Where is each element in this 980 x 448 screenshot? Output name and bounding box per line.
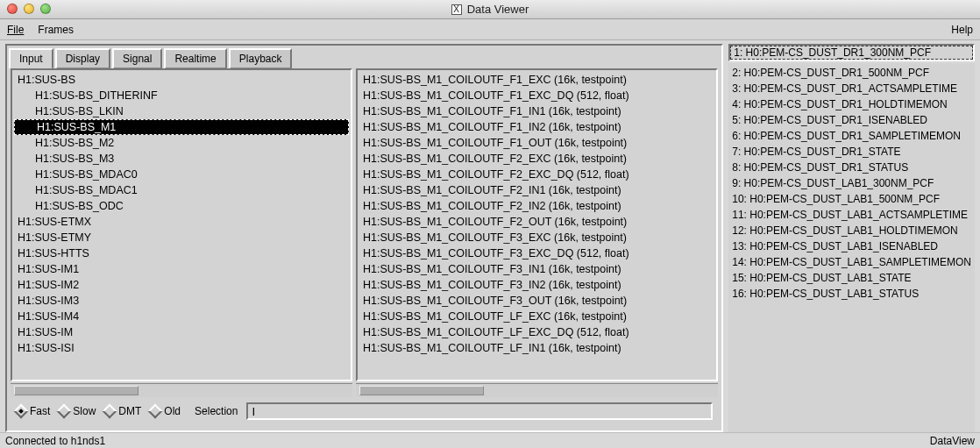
status-right: DataView: [930, 435, 975, 447]
list-item[interactable]: 9: H0:PEM-CS_DUST_LAB1_300NM_PCF: [732, 175, 971, 191]
radio-label: DMT: [118, 405, 141, 417]
list-item[interactable]: H1:SUS-BS_M1_COILOUTF_F1_OUT (16k, testp…: [358, 135, 716, 151]
list-item[interactable]: H1:SUS-BS_MDAC0: [12, 167, 351, 182]
list-item[interactable]: 7: H0:PEM-CS_DUST_DR1_STATE: [732, 144, 971, 160]
list-item[interactable]: 6: H0:PEM-CS_DUST_DR1_SAMPLETIMEMON: [732, 128, 971, 144]
list-item[interactable]: 11: H0:PEM-CS_DUST_LAB1_ACTSAMPLETIME: [732, 207, 971, 223]
list-item[interactable]: 3: H0:PEM-CS_DUST_DR1_ACTSAMPLETIME: [732, 81, 971, 96]
horizontal-scrollbar[interactable]: [356, 383, 718, 397]
app-window: X Data Viewer File Frames Help InputDisp…: [0, 0, 980, 448]
list-item[interactable]: 14: H0:PEM-CS_DUST_LAB1_SAMPLETIMEMON: [732, 254, 971, 270]
status-left: Connected to h1nds1: [5, 435, 105, 447]
list-item[interactable]: H1:SUS-BS_M1_COILOUTF_F3_IN1 (16k, testp…: [358, 261, 716, 277]
list-item[interactable]: H1:SUS-HTTS: [12, 245, 351, 261]
list-item[interactable]: H1:SUS-BS_M1_COILOUTF_F2_EXC (16k, testp…: [358, 151, 716, 167]
list-item[interactable]: 8: H0:PEM-CS_DUST_DR1_STATUS: [732, 160, 971, 175]
list-item[interactable]: H1:SUS-BS_M1_COILOUTF_F2_EXC_DQ (512, fl…: [358, 167, 716, 182]
selection-label: Selection: [195, 405, 238, 417]
list-item[interactable]: H1:SUS-BS_M1_COILOUTF_LF_EXC_DQ (512, fl…: [358, 324, 716, 340]
list-item[interactable]: 4: H0:PEM-CS_DUST_DR1_HOLDTIMEMON: [732, 96, 971, 112]
list-item[interactable]: H1:SUS-BS_M2: [12, 135, 351, 151]
list-item[interactable]: H1:SUS-BS_M1_COILOUTF_F1_IN2 (16k, testp…: [358, 119, 716, 135]
list-item[interactable]: H1:SUS-ISI: [12, 340, 351, 356]
list-item[interactable]: H1:SUS-IM1: [12, 261, 351, 277]
list-item[interactable]: H1:SUS-BS_M1_COILOUTF_F1_IN1 (16k, testp…: [358, 103, 716, 119]
diamond-icon: [148, 404, 163, 419]
radio-fast[interactable]: Fast: [16, 405, 50, 417]
right-panel: 1: H0:PEM-CS_DUST_DR1_300NM_PCF 2: H0:PE…: [728, 44, 975, 432]
list-item[interactable]: H1:SUS-BS_M1_COILOUTF_F1_EXC_DQ (512, fl…: [358, 88, 716, 103]
list-item[interactable]: 16: H0:PEM-CS_DUST_LAB1_STATUS: [732, 286, 971, 302]
list-item[interactable]: H1:SUS-BS_LKIN: [12, 103, 351, 119]
list-item[interactable]: 13: H0:PEM-CS_DUST_LAB1_ISENABLED: [732, 238, 971, 254]
radio-dmt[interactable]: DMT: [104, 405, 141, 417]
selection-input[interactable]: [246, 402, 713, 420]
menu-frames[interactable]: Frames: [38, 24, 74, 36]
list-item[interactable]: H1:SUS-BS_M1_COILOUTF_F2_IN2 (16k, testp…: [358, 198, 716, 214]
list-item[interactable]: H1:SUS-BS_M1_COILOUTF_F3_IN2 (16k, testp…: [358, 277, 716, 293]
options-row: FastSlowDMTOldSelection: [11, 397, 718, 427]
window-controls: [7, 4, 51, 14]
list-item[interactable]: H1:SUS-IM: [12, 324, 351, 340]
list-item[interactable]: 2: H0:PEM-CS_DUST_DR1_500NM_PCF: [732, 65, 971, 81]
horizontal-scrollbar[interactable]: [11, 383, 352, 397]
list-item[interactable]: H1:SUS-BS_M1_COILOUTF_F2_OUT (16k, testp…: [358, 214, 716, 230]
list-item[interactable]: H1:SUS-BS_MDAC1: [12, 182, 351, 198]
list-item[interactable]: 12: H0:PEM-CS_DUST_LAB1_HOLDTIMEMON: [732, 223, 971, 238]
radio-label: Slow: [73, 405, 96, 417]
left-panel: InputDisplaySignalRealtimePlayback H1:SU…: [5, 44, 723, 432]
list-item[interactable]: H1:SUS-BS_M1_COILOUTF_F2_IN1 (16k, testp…: [358, 182, 716, 198]
diamond-icon: [57, 404, 72, 419]
radio-slow[interactable]: Slow: [59, 405, 96, 417]
statusbar: Connected to h1nds1 DataView: [0, 432, 980, 448]
menubar: File Frames Help: [0, 19, 980, 40]
list-item[interactable]: H1:SUS-BS_ODC: [12, 198, 351, 214]
tab-realtime[interactable]: Realtime: [164, 48, 226, 69]
tab-strip: InputDisplaySignalRealtimePlayback: [7, 46, 721, 68]
list-item[interactable]: H1:SUS-BS_M1_COILOUTF_F1_EXC (16k, testp…: [358, 72, 716, 88]
channel-listbox[interactable]: H1:SUS-BS_M1_COILOUTF_F1_EXC (16k, testp…: [356, 68, 718, 381]
tab-signal[interactable]: Signal: [112, 48, 162, 69]
menu-help[interactable]: Help: [951, 24, 973, 36]
radio-label: Old: [164, 405, 181, 417]
list-item[interactable]: H1:SUS-BS_DITHERINF: [12, 88, 351, 103]
input-tab-body: H1:SUS-BSH1:SUS-BS_DITHERINFH1:SUS-BS_LK…: [11, 68, 718, 427]
list-item[interactable]: H1:SUS-BS_M1_COILOUTF_F3_EXC (16k, testp…: [358, 230, 716, 245]
list-item[interactable]: H1:SUS-BS_M1_COILOUTF_LF_IN1 (16k, testp…: [358, 340, 716, 356]
window-title: X Data Viewer: [451, 3, 529, 16]
diamond-icon: [103, 404, 117, 419]
channel-queue-list[interactable]: 2: H0:PEM-CS_DUST_DR1_500NM_PCF3: H0:PEM…: [728, 63, 975, 432]
list-item[interactable]: H1:SUS-BS_M3: [12, 151, 351, 167]
radio-old[interactable]: Old: [150, 405, 181, 417]
list-item[interactable]: H1:SUS-ETMX: [12, 214, 351, 230]
list-item[interactable]: 15: H0:PEM-CS_DUST_LAB1_STATE: [732, 270, 971, 286]
tab-input[interactable]: Input: [9, 48, 53, 69]
list-item[interactable]: 10: H0:PEM-CS_DUST_LAB1_500NM_PCF: [732, 191, 971, 207]
tree-listbox[interactable]: H1:SUS-BSH1:SUS-BS_DITHERINFH1:SUS-BS_LK…: [11, 68, 352, 381]
list-item[interactable]: H1:SUS-IM4: [12, 309, 351, 324]
list-item[interactable]: H1:SUS-BS_M1: [14, 119, 349, 135]
window-title-text: Data Viewer: [467, 3, 529, 16]
close-icon[interactable]: [7, 4, 18, 14]
selected-channel-field[interactable]: 1: H0:PEM-CS_DUST_DR1_300NM_PCF: [728, 44, 975, 61]
list-item[interactable]: H1:SUS-IM3: [12, 293, 351, 309]
list-item[interactable]: H1:SUS-ETMY: [12, 230, 351, 245]
list-item[interactable]: H1:SUS-BS_M1_COILOUTF_LF_EXC (16k, testp…: [358, 309, 716, 324]
content-area: InputDisplaySignalRealtimePlayback H1:SU…: [0, 40, 980, 432]
list-item[interactable]: H1:SUS-IM2: [12, 277, 351, 293]
menu-file[interactable]: File: [7, 24, 24, 36]
list-item[interactable]: H1:SUS-BS: [12, 72, 351, 88]
minimize-icon[interactable]: [24, 4, 34, 14]
diamond-icon: [14, 404, 29, 419]
list-item[interactable]: H1:SUS-BS_M1_COILOUTF_F3_EXC_DQ (512, fl…: [358, 245, 716, 261]
list-item[interactable]: 5: H0:PEM-CS_DUST_DR1_ISENABLED: [732, 112, 971, 128]
tab-playback[interactable]: Playback: [229, 48, 293, 69]
list-item[interactable]: H1:SUS-BS_M1_COILOUTF_F3_OUT (16k, testp…: [358, 293, 716, 309]
titlebar: X Data Viewer: [0, 0, 980, 19]
radio-label: Fast: [30, 405, 50, 417]
x11-icon: X: [451, 4, 462, 15]
tab-display[interactable]: Display: [55, 48, 110, 69]
zoom-icon[interactable]: [40, 4, 51, 14]
